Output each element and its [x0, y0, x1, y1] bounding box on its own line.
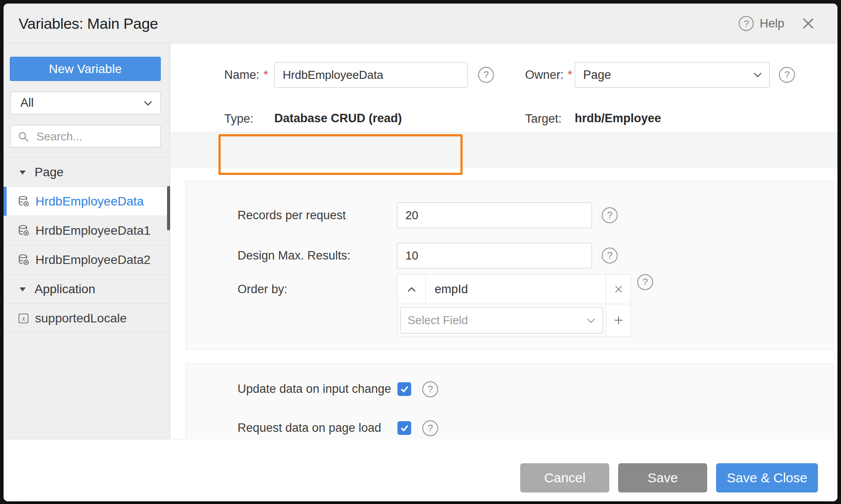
- sidebar: New Variable All Page: [4, 43, 170, 439]
- properties-panel: Records per request Design Max. Results:…: [186, 181, 833, 350]
- db-crud-variable-icon: [18, 225, 30, 236]
- remove-x-icon: [614, 284, 623, 294]
- tab-bar: Properties Filter Criteria Events: [171, 132, 837, 168]
- sort-direction-button[interactable]: [397, 275, 426, 304]
- close-button[interactable]: [801, 16, 815, 31]
- design-max-results-label: Design Max. Results:: [238, 249, 350, 263]
- check-icon: [400, 385, 409, 394]
- owner-label: Owner:: [525, 68, 572, 82]
- order-by-widget: empId Select Field: [397, 274, 631, 337]
- sidebar-group-page[interactable]: Page: [4, 158, 170, 187]
- request-data-checkbox[interactable]: [397, 421, 411, 435]
- plus-icon: [613, 315, 624, 326]
- help-button[interactable]: Help: [739, 4, 784, 43]
- variable-tree: Page HrdbEmployeeData: [4, 157, 170, 333]
- variable-item-label: HrdbEmployeeData2: [35, 253, 151, 267]
- svg-text:x: x: [22, 314, 25, 322]
- sidebar-scrollbar-thumb[interactable]: [167, 186, 170, 230]
- collapse-triangle-icon: [19, 286, 27, 292]
- variable-item-label: supportedLocale: [35, 311, 127, 326]
- variable-item-label: HrdbEmployeeData: [35, 194, 144, 209]
- search-box: [10, 125, 161, 147]
- sidebar-item-supportedlocale[interactable]: x supportedLocale: [4, 304, 170, 333]
- sidebar-item-hrdbemployeedata[interactable]: HrdbEmployeeData: [4, 187, 170, 216]
- dialog-header: Variables: Main Page Help: [4, 4, 837, 43]
- update-data-label: Update data on input change: [238, 382, 391, 396]
- order-by-help-icon[interactable]: [637, 274, 653, 290]
- db-crud-variable-icon: [18, 254, 30, 266]
- page-title: Variables: Main Page: [19, 4, 158, 43]
- group-label: Page: [35, 165, 63, 179]
- sidebar-item-hrdbemployeedata2[interactable]: HrdbEmployeeData2: [4, 245, 170, 275]
- options-panel: Update data on input change Request data…: [186, 363, 833, 439]
- dialog-body: New Variable All Page: [4, 43, 837, 439]
- order-by-label: Order by:: [238, 283, 288, 296]
- type-value: Database CRUD (read): [274, 112, 402, 125]
- target-label: Target:: [525, 112, 562, 126]
- variable-filter-value: All: [20, 96, 34, 110]
- update-data-help-icon[interactable]: [422, 381, 438, 397]
- dialog-footer: Cancel Save Save & Close: [4, 439, 837, 501]
- chevron-down-icon: [587, 318, 596, 324]
- search-icon: [18, 131, 29, 143]
- chevron-down-icon: [144, 100, 152, 106]
- records-per-request-label: Records per request: [238, 209, 346, 222]
- help-icon: [739, 16, 754, 31]
- variable-item-label: HrdbEmployeeData1: [35, 224, 151, 238]
- type-label: Type:: [224, 112, 253, 126]
- save-close-button[interactable]: Save & Close: [716, 463, 818, 492]
- cancel-button[interactable]: Cancel: [520, 463, 609, 492]
- request-data-label: Request data on page load: [238, 421, 381, 435]
- order-by-field-value: empId: [426, 275, 606, 304]
- records-per-request-input[interactable]: [397, 202, 592, 228]
- design-max-results-help-icon[interactable]: [602, 248, 618, 264]
- help-label: Help: [759, 17, 784, 31]
- new-variable-button[interactable]: New Variable: [10, 57, 161, 81]
- update-data-checkbox[interactable]: [397, 382, 411, 396]
- db-crud-variable-icon: [18, 195, 30, 207]
- owner-select-value: Page: [583, 68, 611, 82]
- select-field-placeholder: Select Field: [408, 314, 468, 327]
- owner-select[interactable]: Page: [575, 62, 770, 88]
- design-max-results-input[interactable]: [397, 243, 592, 268]
- name-label: Name:: [224, 68, 268, 82]
- group-label: Application: [35, 282, 95, 296]
- collapse-triangle-icon: [19, 169, 27, 175]
- main-panel: Name: Owner: Page Type: Database CRUD (r…: [171, 43, 837, 439]
- owner-help-icon[interactable]: [779, 67, 795, 83]
- model-variable-icon: x: [18, 313, 29, 324]
- sidebar-item-hrdbemployeedata1[interactable]: HrdbEmployeeData1: [4, 216, 170, 245]
- target-value: hrdb/Employee: [575, 112, 661, 125]
- variables-dialog: Variables: Main Page Help New Variable A…: [4, 4, 837, 501]
- sidebar-group-application[interactable]: Application: [4, 275, 170, 304]
- select-field-dropdown[interactable]: Select Field: [400, 307, 603, 333]
- variable-filter-select[interactable]: All: [10, 92, 161, 114]
- add-sort-row: Select Field: [397, 304, 631, 336]
- request-data-help-icon[interactable]: [422, 420, 438, 436]
- save-button[interactable]: Save: [618, 463, 707, 492]
- name-help-icon[interactable]: [478, 67, 494, 83]
- caret-up-icon: [407, 287, 417, 292]
- records-per-request-help-icon[interactable]: [602, 207, 618, 223]
- search-input[interactable]: [35, 125, 157, 148]
- chevron-down-icon: [753, 72, 762, 78]
- sort-rule-row: empId: [397, 275, 631, 304]
- add-sort-button[interactable]: [606, 304, 631, 336]
- name-input[interactable]: [274, 62, 468, 88]
- check-icon: [400, 424, 409, 433]
- remove-sort-button[interactable]: [606, 275, 631, 304]
- close-icon: [801, 16, 815, 31]
